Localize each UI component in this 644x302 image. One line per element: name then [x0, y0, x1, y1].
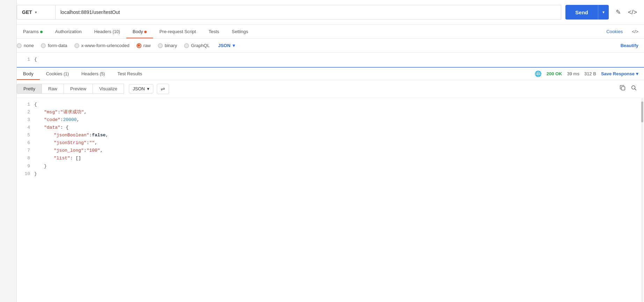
radio-binary[interactable]: binary	[158, 43, 177, 48]
resp-code-content[interactable]: { "msg": "请求成功", "code": 20000, "data": …	[34, 101, 644, 299]
resp-size: 312 B	[584, 71, 596, 76]
resp-tab-cookies[interactable]: Cookies (1)	[40, 68, 75, 80]
beautify-button[interactable]: Beautify	[621, 43, 638, 48]
wrap-icon: ⇌	[161, 86, 165, 92]
tab-params[interactable]: Params	[17, 25, 49, 38]
tab-authorization[interactable]: Authorization	[49, 25, 88, 38]
right-icons: ✎ </>	[614, 7, 638, 17]
chevron-down-icon: ▾	[147, 86, 149, 91]
request-tabs: Params Authorization Headers (10) Body P…	[17, 25, 644, 39]
request-code-content[interactable]: {	[34, 56, 644, 63]
chevron-down-icon: ▾	[35, 10, 37, 15]
method-label: GET	[22, 9, 32, 15]
cookies-link[interactable]: Cookies	[603, 25, 626, 38]
response-format-row: Pretty Raw Preview Visualize JSON ▾ ⇌	[17, 80, 644, 98]
resp-tab-body[interactable]: Body	[17, 68, 40, 80]
send-button[interactable]: Send	[565, 5, 598, 20]
resp-right-icons	[620, 85, 638, 93]
resp-view-visualize[interactable]: Visualize	[93, 84, 124, 94]
scrollbar-track	[641, 98, 643, 302]
request-line-numbers: 1	[17, 56, 34, 63]
radio-raw[interactable]: raw	[137, 43, 151, 48]
method-selector[interactable]: GET ▾	[17, 5, 55, 20]
svg-rect-0	[621, 87, 625, 90]
radio-urlencoded-circle	[74, 43, 79, 48]
wrap-lines-button[interactable]: ⇌	[157, 84, 169, 94]
send-dropdown-button[interactable]: ▾	[598, 5, 609, 20]
resp-view-pretty[interactable]: Pretty	[17, 84, 42, 94]
chevron-down-icon: ▾	[233, 43, 235, 48]
scrollbar-thumb[interactable]	[641, 101, 643, 122]
url-bar: GET ▾ Send ▾ ✎ </>	[17, 0, 644, 25]
response-tabs-bar: Body Cookies (1) Headers (5) Test Result…	[17, 68, 644, 80]
chevron-down-icon: ▾	[636, 71, 638, 76]
tab-body[interactable]: Body	[126, 25, 153, 38]
resp-view-raw[interactable]: Raw	[42, 84, 64, 94]
tab-prerequest[interactable]: Pre-request Script	[153, 25, 202, 38]
resp-time: 39 ms	[567, 71, 579, 76]
code-embed-icon[interactable]: </>	[627, 7, 638, 17]
request-code-area: 1 {	[17, 53, 644, 68]
search-response-button[interactable]	[631, 85, 637, 93]
globe-icon: 🌐	[535, 70, 542, 77]
tab-headers[interactable]: Headers (10)	[88, 25, 126, 38]
tab-tests[interactable]: Tests	[202, 25, 225, 38]
svg-line-2	[635, 89, 636, 90]
comment-icon[interactable]: ✎	[614, 7, 622, 17]
body-type-row: none form-data x-www-form-urlencoded raw…	[17, 39, 644, 53]
app-container: GET ▾ Send ▾ ✎ </> Params Authorization …	[0, 0, 644, 302]
resp-tab-test-results[interactable]: Test Results	[111, 68, 148, 80]
params-dot	[40, 31, 43, 33]
tab-settings[interactable]: Settings	[226, 25, 255, 38]
save-response-button[interactable]: Save Response ▾	[601, 71, 638, 76]
send-button-group: Send ▾	[565, 5, 609, 20]
resp-view-preview[interactable]: Preview	[64, 84, 93, 94]
response-section: Body Cookies (1) Headers (5) Test Result…	[17, 68, 644, 302]
radio-raw-circle	[137, 43, 141, 48]
left-sidebar	[0, 0, 17, 302]
radio-graphql-circle	[184, 43, 189, 48]
radio-urlencoded[interactable]: x-www-form-urlencoded	[74, 43, 130, 48]
radio-none-circle	[17, 43, 22, 48]
resp-line-numbers: 1 2 3 4 5 6 7 8 9 10	[17, 101, 34, 299]
resp-format-selector[interactable]: JSON ▾	[129, 84, 153, 93]
format-selector[interactable]: JSON ▾	[218, 43, 235, 48]
status-badge: 200 OK	[547, 71, 562, 76]
resp-tab-headers[interactable]: Headers (5)	[75, 68, 111, 80]
radio-form-data[interactable]: form-data	[41, 43, 67, 48]
url-input[interactable]	[55, 5, 561, 20]
resp-meta: 🌐 200 OK 39 ms 312 B Save Response ▾	[529, 70, 644, 77]
copy-response-button[interactable]	[620, 85, 626, 93]
radio-none[interactable]: none	[17, 43, 34, 48]
radio-graphql[interactable]: GraphQL	[184, 43, 210, 48]
radio-form-data-circle	[41, 43, 46, 48]
json-response-area: 1 2 3 4 5 6 7 8 9 10 { "msg": "请求成功", "c…	[17, 98, 644, 302]
code-snippet-icon[interactable]: </>	[626, 25, 644, 38]
body-dot	[144, 31, 147, 33]
radio-binary-circle	[158, 43, 163, 48]
